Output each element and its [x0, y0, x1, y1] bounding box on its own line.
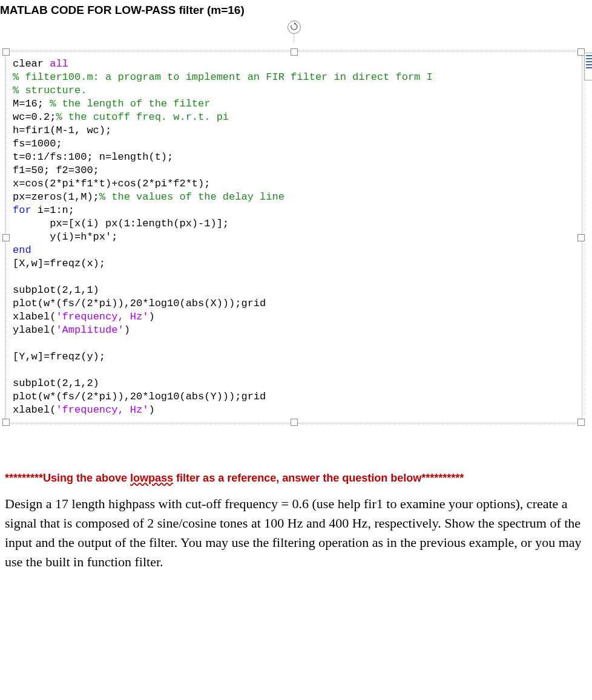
layout-options-icon[interactable] — [584, 53, 592, 80]
code-token: ) — [124, 324, 130, 336]
code-line: [Y,w]=freqz(y); — [13, 351, 105, 362]
code-token: ) — [148, 404, 154, 416]
resize-handle-br[interactable] — [577, 419, 585, 426]
note-text: filter as a reference, answer the questi… — [173, 472, 421, 484]
code-token: 'Amplitude' — [56, 324, 123, 336]
code-token: % the values of the delay line — [99, 191, 284, 203]
code-line: h=fir1(M-1, wc); — [13, 125, 111, 136]
code-line: y(i)=h*px'; — [13, 231, 117, 243]
code-token: % the cutoff freq. w.r.t. pi — [56, 111, 229, 123]
note-wavy: lowpass — [130, 472, 173, 484]
resize-handle-ml[interactable] — [2, 234, 10, 241]
code-token: % the length of the filter — [50, 98, 210, 110]
instruction-note: *********Using the above lowpass filter … — [5, 472, 582, 485]
resize-handle-bm[interactable] — [291, 419, 298, 426]
note-text: Using the above — [43, 472, 130, 484]
code-line: for — [13, 204, 38, 216]
code-textbox[interactable]: clear all % filter100.m: a program to im… — [5, 51, 582, 424]
code-token: i=1:n; — [38, 204, 74, 216]
code-line: ylabel( — [13, 324, 56, 336]
code-line: wc=0.2; — [13, 111, 56, 123]
code-line: [X,w]=freqz(x); — [13, 258, 105, 269]
code-line: subplot(2,1,2) — [13, 378, 99, 389]
code-line: px=[x(i) px(1:length(px)-1)]; — [13, 218, 229, 229]
rotate-handle[interactable] — [288, 21, 301, 34]
code-token: 'frequency, Hz' — [56, 404, 148, 416]
code-line: M=16; — [13, 98, 50, 110]
note-prefix: ********* — [5, 472, 43, 484]
code-line: f1=50; f2=300; — [13, 165, 99, 176]
code-token: 'frequency, Hz' — [56, 311, 148, 322]
document-page: MATLAB CODE FOR LOW-PASS filter (m=16) c… — [0, 0, 592, 584]
matlab-code: clear all % filter100.m: a program to im… — [5, 51, 582, 423]
code-line: t=0:1/fs:100; n=length(t); — [13, 151, 173, 163]
code-line: xlabel( — [13, 311, 56, 322]
code-token: ) — [148, 311, 154, 322]
code-token: all — [50, 58, 68, 70]
resize-handle-tm[interactable] — [291, 48, 298, 56]
code-line: px=zeros(1,M); — [13, 191, 99, 203]
code-line: end — [13, 244, 31, 256]
code-line: x=cos(2*pi*f1*t)+cos(2*pi*f2*t); — [13, 178, 210, 189]
code-line: plot(w*(fs/(2*pi)),20*log10(abs(X)));gri… — [13, 298, 266, 309]
resize-handle-mr[interactable] — [577, 234, 585, 241]
resize-handle-bl[interactable] — [2, 419, 10, 426]
note-suffix: ********** — [421, 472, 464, 484]
refresh-icon — [290, 22, 298, 31]
code-line: plot(w*(fs/(2*pi)),20*log10(abs(Y)));gri… — [13, 391, 266, 402]
resize-handle-tl[interactable] — [2, 48, 10, 56]
code-line: xlabel( — [13, 404, 56, 416]
code-line: clear — [13, 58, 50, 70]
code-line: subplot(2,1,1) — [13, 284, 99, 296]
code-line: % filter100.m: a program to implement an… — [13, 71, 433, 83]
code-line: fs=1000; — [13, 138, 62, 149]
code-line: % structure. — [13, 85, 87, 96]
question-text: Design a 17 length highpass with cut-off… — [5, 494, 587, 572]
rotate-handle-area — [0, 24, 587, 51]
